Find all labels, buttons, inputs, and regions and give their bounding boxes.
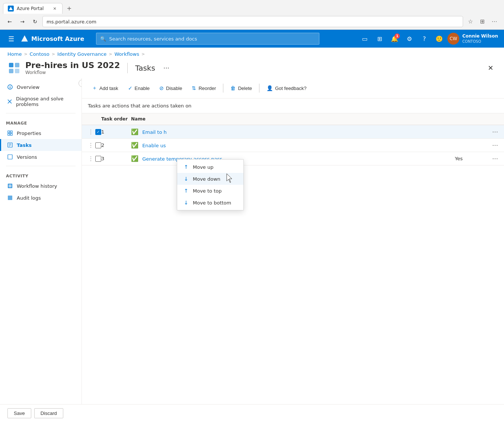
user-info[interactable]: Connie Wilson CONTOSO [462, 33, 498, 44]
save-button[interactable]: Save [7, 408, 31, 418]
svg-rect-17 [8, 155, 12, 159]
sidebar-toggle-button[interactable]: ☰ [6, 33, 16, 44]
section-title: Tasks [135, 64, 155, 73]
move-down-label: Move down [193, 176, 220, 182]
task-extra-3: Yes [455, 156, 485, 161]
context-menu-item-move-bottom[interactable]: ↓ Move to bottom [177, 197, 243, 209]
page-options-button[interactable]: ⋯ [161, 63, 172, 73]
row-checkbox-2[interactable] [95, 142, 101, 148]
context-menu-item-move-up[interactable]: ↑ Move up [177, 161, 243, 173]
browser-menu-button[interactable]: ⋯ [489, 16, 500, 27]
back-button[interactable]: ← [4, 16, 15, 27]
move-down-icon: ↓ [183, 176, 189, 182]
properties-icon [7, 130, 13, 136]
user-name: Connie Wilson [462, 33, 498, 39]
workflow-history-icon [7, 183, 13, 189]
page-title: Pre-hires in US 2022 [25, 61, 120, 70]
azure-logo[interactable]: Microsoft Azure [21, 35, 84, 42]
task-order-header: Task order [101, 116, 131, 122]
workflow-icon [7, 61, 21, 75]
sidebar-item-properties[interactable]: Properties [0, 127, 82, 139]
table-row[interactable]: ⋮ 2 ✅ Enable us ⋯ [82, 139, 504, 152]
svg-marker-0 [9, 7, 13, 10]
row-checkbox-3[interactable] [95, 156, 101, 162]
move-to-top-icon: ↑ [183, 188, 189, 194]
feedback-button[interactable]: 🙂 [433, 32, 446, 45]
refresh-button[interactable]: ↻ [30, 16, 40, 27]
versions-icon [7, 154, 13, 160]
forward-button[interactable]: → [17, 16, 28, 27]
table-header: Task order Name [82, 113, 504, 125]
move-up-icon: ↑ [183, 164, 189, 170]
user-tenant: CONTOSO [462, 39, 498, 44]
address-bar[interactable]: ms.portal.azure.com [42, 16, 463, 27]
sidebar-divider-2 [6, 166, 76, 166]
tab-close-button[interactable]: ✕ [52, 6, 58, 12]
row-actions-1[interactable]: ⋯ [485, 128, 498, 135]
reorder-button[interactable]: ⇅ Reorder [188, 83, 220, 93]
disable-icon: ⊘ [159, 85, 164, 91]
directory-icon: ⊞ [377, 35, 382, 42]
sidebar: « i Overview Diagnose and solve problems… [0, 78, 82, 422]
tasks-icon [7, 142, 13, 148]
context-menu-item-move-down[interactable]: ↓ Move down [177, 173, 243, 185]
discard-button[interactable]: Discard [34, 408, 63, 418]
feedback-button[interactable]: 👤 Got feedback? [262, 83, 311, 93]
sidebar-item-versions[interactable]: Versions [0, 151, 82, 163]
drag-handle-1[interactable]: ⋮ [88, 128, 94, 135]
move-up-label: Move up [193, 164, 214, 170]
close-panel-button[interactable]: ✕ [485, 62, 497, 74]
delete-button[interactable]: 🗑 Delete [226, 83, 256, 93]
sidebar-item-overview-label: Overview [17, 84, 39, 90]
table-row[interactable]: ⋮ 3 ✅ Generate temporary access pass Yes… [82, 152, 504, 165]
url-text: ms.portal.azure.com [47, 19, 96, 25]
new-tab-button[interactable]: + [64, 3, 74, 14]
sidebar-item-properties-label: Properties [17, 131, 41, 136]
description-text: Tasks are actions that are actions taken… [82, 99, 504, 113]
sidebar-item-diagnose[interactable]: Diagnose and solve problems [0, 93, 82, 110]
svg-rect-2 [15, 63, 19, 67]
sidebar-item-tasks[interactable]: Tasks [0, 139, 82, 151]
favorites-button[interactable]: ☆ [465, 16, 476, 27]
delete-icon: 🗑 [230, 85, 236, 91]
status-icon-3: ✅ [131, 155, 138, 162]
add-task-button[interactable]: ＋ Add task [88, 83, 122, 94]
drag-handle-2[interactable]: ⋮ [88, 142, 94, 149]
notifications-button[interactable]: 🔔 1 [388, 32, 401, 45]
task-name-2: ✅ Enable us [131, 142, 455, 149]
breadcrumb-workflows[interactable]: Workflows [115, 51, 139, 57]
sidebar-item-workflow-history[interactable]: Workflow history [0, 180, 82, 192]
breadcrumb-home[interactable]: Home [7, 51, 22, 57]
row-actions-2[interactable]: ⋯ [485, 142, 498, 149]
directory-subscription-button[interactable]: ⊞ [373, 32, 386, 45]
row-checkbox-1[interactable]: ✓ [95, 129, 101, 135]
collections-button[interactable]: ⊞ [477, 16, 488, 27]
sidebar-item-audit-logs[interactable]: Audit logs [0, 192, 82, 204]
checkmark-icon: ✓ [128, 85, 133, 91]
row-actions-3[interactable]: ⋯ [485, 155, 498, 162]
svg-rect-12 [10, 133, 12, 135]
toolbar-sep-2 [259, 84, 259, 93]
settings-button[interactable]: ⚙ [403, 32, 416, 45]
global-search[interactable]: 🔍 Search resources, services and docs [96, 33, 319, 45]
cloud-shell-button[interactable]: ▭ [358, 32, 371, 45]
task-link-2[interactable]: Enable us [142, 143, 166, 148]
enable-button[interactable]: ✓ Enable [124, 83, 154, 93]
svg-rect-11 [8, 133, 10, 135]
breadcrumb-identity-governance[interactable]: Identity Governance [57, 51, 106, 57]
context-menu-item-move-top[interactable]: ↑ Move to top [177, 185, 243, 197]
bottom-bar: Save Discard [0, 404, 504, 422]
svg-rect-20 [8, 196, 12, 200]
breadcrumb-sep-1: > [24, 52, 27, 57]
breadcrumb-contoso[interactable]: Contoso [30, 51, 50, 57]
disable-button[interactable]: ⊘ Disable [155, 83, 186, 93]
task-order-2: 2 [101, 142, 131, 148]
cloud-shell-icon: ▭ [362, 35, 367, 42]
drag-handle-3[interactable]: ⋮ [88, 155, 94, 162]
sidebar-item-overview[interactable]: i Overview [0, 81, 82, 93]
table-row[interactable]: ⋮ ✓ 1 ✅ Email to h ⋯ [82, 125, 504, 139]
task-link-1[interactable]: Email to h [142, 129, 167, 135]
gear-icon: ⚙ [407, 35, 412, 42]
help-button[interactable]: ? [418, 32, 431, 45]
browser-tab[interactable]: Azure Portal ✕ [3, 3, 63, 14]
